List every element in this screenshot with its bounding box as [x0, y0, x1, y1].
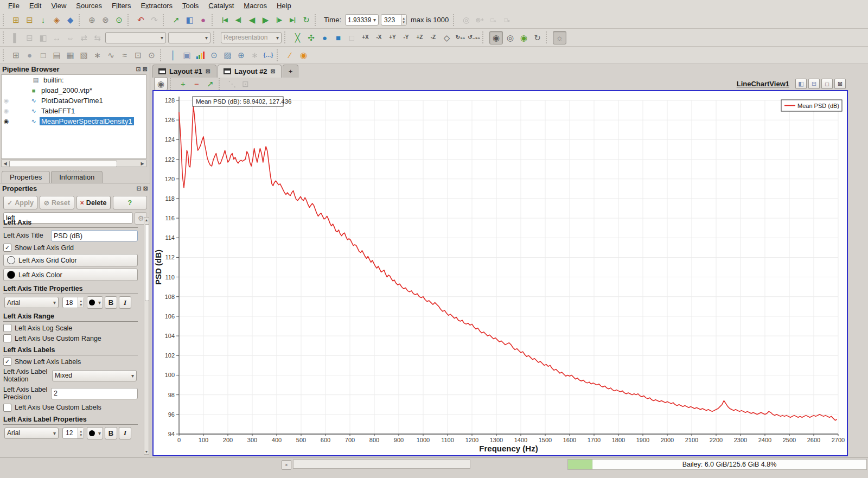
- view-title[interactable]: LineChartView1: [737, 80, 789, 88]
- set-view-plus-y-icon[interactable]: +Y: [386, 31, 399, 44]
- plot-selection-over-time-icon[interactable]: ▨: [221, 49, 234, 61]
- menu-macros[interactable]: Macros: [239, 1, 272, 11]
- tab-layout-1[interactable]: Layout #1⊠: [152, 65, 216, 78]
- add-layout-tab[interactable]: +: [283, 65, 299, 78]
- progress-abort-button[interactable]: ×: [282, 460, 291, 470]
- vcr-previous-frame-icon[interactable]: ◀|: [232, 14, 245, 26]
- menu-filters[interactable]: Filters: [107, 1, 136, 11]
- quartile-chart-icon[interactable]: ⊕: [235, 49, 247, 61]
- stream-tracer-icon[interactable]: ∿: [105, 49, 117, 61]
- left-axis-title-font-color-button[interactable]: ▾: [87, 296, 103, 309]
- close-view-button[interactable]: ⊠: [834, 79, 846, 89]
- annotation-icon[interactable]: ◉: [297, 49, 310, 61]
- close-tab-icon[interactable]: ⊠: [271, 68, 276, 75]
- show-center-of-rotation-icon[interactable]: ◉: [518, 31, 530, 44]
- split-vertical-button[interactable]: ⊟: [808, 79, 820, 89]
- clip-icon[interactable]: □: [37, 49, 49, 61]
- zoom-to-data-icon[interactable]: ✣: [305, 31, 317, 44]
- reset-camera-icon[interactable]: ╳: [291, 31, 304, 44]
- vcr-play-reverse-icon[interactable]: ◀: [246, 14, 258, 26]
- reset-camera-closest-icon[interactable]: ●: [318, 31, 331, 44]
- left-axis-label-font-italic-button[interactable]: I: [119, 427, 131, 439]
- left-axis-title-font-italic-button[interactable]: I: [119, 296, 131, 309]
- catalyst-disconnect-icon[interactable]: ⊗: [99, 14, 112, 26]
- left-axis-title-font-size-spinbox[interactable]: 18▴▾: [62, 297, 84, 308]
- left-axis-color-button[interactable]: Left Axis Color: [3, 269, 138, 281]
- ruler-icon[interactable]: ∕: [284, 49, 296, 61]
- eye-icon[interactable]: ◉: [2, 107, 11, 114]
- vcr-last-frame-icon[interactable]: ▶|: [286, 14, 299, 26]
- open-file-icon[interactable]: ⊞: [10, 14, 22, 26]
- maximize-button[interactable]: □: [821, 79, 833, 89]
- save-data-icon[interactable]: ⊟: [23, 14, 36, 26]
- left-axis-use-custom-labels-checkbox[interactable]: Left Axis Use Custom Labels: [3, 404, 138, 412]
- rotate-90-ccw-icon[interactable]: ↺₋₉₀: [468, 31, 480, 44]
- time-value-combo[interactable]: 1.93339▾: [345, 14, 379, 26]
- close-tab-icon[interactable]: ⊠: [206, 68, 210, 75]
- set-view-plus-x-icon[interactable]: +X: [359, 31, 372, 44]
- show-left-axis-labels-checkbox[interactable]: ✓Show Left Axis Labels: [3, 358, 138, 366]
- delete-button[interactable]: × Delete: [76, 196, 111, 209]
- left-axis-label-precision-field[interactable]: 2: [51, 388, 138, 399]
- properties-vertical-scrollbar[interactable]: ▲ ▼: [144, 217, 149, 455]
- save-screenshot-icon[interactable]: ◈: [50, 14, 63, 26]
- tab-information[interactable]: Information: [51, 171, 103, 183]
- camera-toggle-icon[interactable]: ◉: [489, 31, 503, 44]
- show-orientation-axes-icon[interactable]: ◎: [504, 31, 516, 44]
- scrollbar-thumb[interactable]: [145, 224, 149, 301]
- threshold-icon[interactable]: ▦: [64, 49, 76, 61]
- calculator-icon[interactable]: ⊞: [10, 49, 22, 61]
- set-view-minus-x-icon[interactable]: -X: [373, 31, 385, 44]
- left-axis-label-font-bold-button[interactable]: B: [105, 427, 117, 439]
- warp-icon[interactable]: ≈: [118, 49, 131, 61]
- extract-block-icon[interactable]: ⊙: [145, 49, 158, 61]
- close-icon[interactable]: ⊠: [143, 185, 148, 192]
- auto-apply-icon[interactable]: ↗: [170, 14, 182, 26]
- save-animation-icon[interactable]: ◆: [64, 14, 76, 26]
- eye-icon[interactable]: ◉: [2, 118, 11, 125]
- python-calculator-icon[interactable]: {…}: [262, 49, 275, 61]
- pipeline-item-tablefft1[interactable]: ◉∿TableFFT1: [2, 106, 146, 116]
- menu-tools[interactable]: Tools: [177, 1, 203, 11]
- vcr-play-icon[interactable]: ▶: [259, 14, 272, 26]
- eye-icon[interactable]: ◉: [2, 97, 11, 104]
- plot-data-over-time-icon[interactable]: ⊙: [208, 49, 220, 61]
- extract-subset-icon[interactable]: ▧: [78, 49, 90, 61]
- show-left-axis-grid-checkbox[interactable]: ✓Show Left Axis Grid: [3, 244, 138, 252]
- line-chart-view[interactable]: 0100200300400500600700800900100011001200…: [152, 90, 848, 456]
- isometric-view-icon[interactable]: ◇: [441, 31, 453, 44]
- left-axis-label-font-color-button[interactable]: ▾: [87, 427, 103, 439]
- tab-layout-2[interactable]: Layout #2⊠: [218, 65, 282, 78]
- extract-selection-icon[interactable]: ▣: [181, 49, 193, 61]
- glyph-icon[interactable]: ∗: [91, 49, 104, 61]
- undock-icon[interactable]: ⊡: [136, 66, 141, 73]
- left-axis-label-notation-combo[interactable]: Mixed▾: [52, 370, 137, 381]
- menu-help[interactable]: Help: [272, 1, 296, 11]
- group-datasets-icon[interactable]: ⊡: [132, 49, 144, 61]
- menu-extractors[interactable]: Extractors: [136, 1, 177, 11]
- pipeline-horizontal-scrollbar[interactable]: ◀ ▶: [1, 160, 146, 167]
- slice-icon[interactable]: ▤: [50, 49, 63, 61]
- left-axis-use-custom-range-checkbox[interactable]: Left Axis Use Custom Range: [3, 334, 138, 342]
- vcr-first-frame-icon[interactable]: |◀: [219, 14, 231, 26]
- left-axis-grid-color-button[interactable]: Left Axis Grid Color: [3, 254, 138, 266]
- pipeline-tree[interactable]: ▤builtin:■pload_2000.vtp*◉∿PlotDataOverT…: [1, 74, 146, 159]
- plot-over-line-icon[interactable]: │: [167, 49, 180, 61]
- vcr-next-frame-icon[interactable]: |▶: [273, 14, 285, 26]
- scrollbar-thumb[interactable]: [9, 161, 117, 167]
- menu-catalyst[interactable]: Catalyst: [203, 1, 239, 11]
- menu-view[interactable]: View: [46, 1, 71, 11]
- zoom-closest-to-data-icon[interactable]: ■: [332, 31, 344, 44]
- timer-icon[interactable]: ⊙: [113, 14, 125, 26]
- pipeline-item-meanpowerspectraldensity1[interactable]: ◉∿MeanPowerSpectralDensity1: [2, 116, 146, 126]
- frame-spinbox[interactable]: 323▴▾: [381, 14, 407, 26]
- scroll-right-icon[interactable]: ▶: [139, 160, 146, 167]
- export-data-icon[interactable]: ↓: [37, 14, 49, 26]
- scroll-up-icon[interactable]: ▲: [144, 218, 149, 222]
- left-axis-title-font-bold-button[interactable]: B: [105, 296, 117, 309]
- set-view-plus-z-icon[interactable]: +Z: [413, 31, 426, 44]
- edit-color-map-icon[interactable]: ◧: [183, 14, 196, 26]
- catalyst-connect-icon[interactable]: ⊕: [86, 14, 98, 26]
- close-icon[interactable]: ⊠: [143, 66, 148, 73]
- left-axis-title-font-family-combo[interactable]: Arial▾: [4, 297, 59, 308]
